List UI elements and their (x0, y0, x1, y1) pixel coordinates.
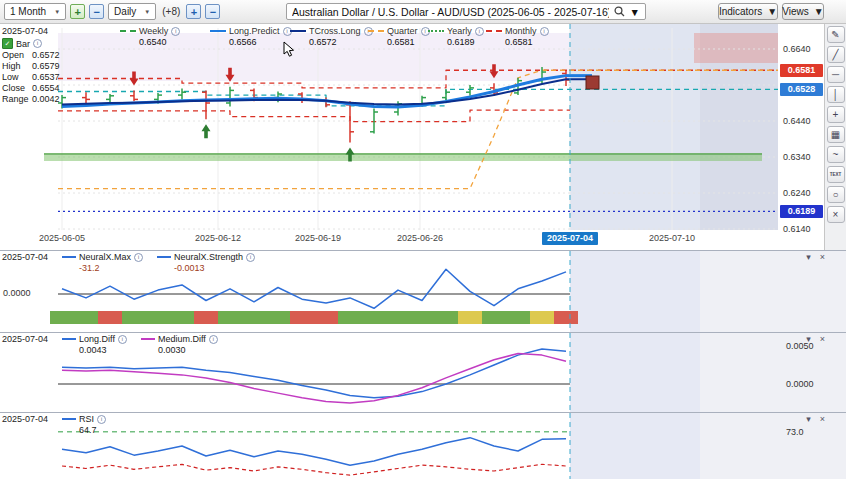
search-icon[interactable] (614, 6, 625, 17)
rsi-panel-canvas[interactable] (0, 413, 846, 479)
panel-close-button[interactable]: × (817, 334, 828, 344)
series-value: 64.7 (79, 425, 106, 435)
chevron-down-icon[interactable]: ▼ (630, 6, 640, 18)
panel-header: 2025-07-04 Long.Diff 0.0043 Medium.Diff … (2, 334, 218, 355)
neuralx-panel: 2025-07-04 NeuralX.Max -31.2 NeuralX.Str… (0, 250, 846, 332)
ellipse-icon[interactable]: ○ (827, 186, 845, 203)
drawing-toolbar: ✎╱─│+▦~TEXT○× (824, 24, 846, 250)
x-axis-label: 2025-06-12 (190, 233, 246, 243)
info-icon[interactable] (134, 253, 143, 262)
price-chart-area: 2025-07-04 ✓ Bar Open0.6572 High0.6579 L… (0, 24, 846, 250)
indicators-button[interactable]: Indicators ▼ (718, 3, 778, 20)
info-icon[interactable] (171, 27, 180, 36)
range-select[interactable]: 1 Month ▼ (4, 3, 66, 20)
legend-swatch (368, 30, 384, 32)
series-label: Medium.Diff (158, 334, 206, 344)
legend-label: Long.Predict (229, 26, 280, 36)
info-icon[interactable] (475, 27, 484, 36)
ohlc-label: Low (2, 72, 29, 82)
x-axis-label: 2025-07-10 (644, 233, 700, 243)
x-axis-label: 2025-06-19 (290, 233, 346, 243)
legend-label: Monthly (505, 26, 537, 36)
horizontal-line-icon[interactable]: ─ (827, 66, 845, 83)
chevron-down-icon: ▼ (144, 9, 150, 15)
series-swatch (62, 256, 76, 258)
vertical-line-icon[interactable]: │ (827, 86, 845, 103)
ohlc-value: 0.6537 (32, 72, 60, 82)
range-decrease-button[interactable]: − (89, 4, 104, 19)
pencil-icon[interactable]: ✎ (827, 26, 845, 43)
price-badge: 0.6528 (780, 83, 823, 96)
symbol-title: Australian Dollar / U.S. Dollar - AUD/US… (292, 6, 609, 18)
panel-collapse-button[interactable]: ▾ (803, 252, 814, 262)
legend-item-weekly[interactable]: Weekly0.6540 (120, 26, 180, 47)
info-icon[interactable] (540, 27, 549, 36)
panel-axis-label: 0.0000 (3, 288, 31, 298)
legend-item-monthly[interactable]: Monthly0.6581 (486, 26, 549, 47)
x-axis-label: 2025-06-05 (34, 233, 90, 243)
panel-close-button[interactable]: × (817, 414, 828, 424)
info-icon[interactable] (246, 253, 255, 262)
legend-swatch (428, 30, 444, 32)
wave-icon[interactable]: ~ (827, 146, 845, 163)
crosshair-icon[interactable]: + (827, 106, 845, 123)
series-swatch (62, 338, 76, 340)
info-icon[interactable] (97, 415, 106, 424)
panel-collapse-button[interactable]: ▾ (803, 414, 814, 424)
ohlc-value: 0.6554 (32, 83, 60, 93)
legend-value: 0.6189 (447, 37, 484, 47)
y-axis-label: 0.6140 (783, 224, 821, 234)
ohlc-value: 0.0042 (32, 94, 60, 104)
panel-legend-item[interactable]: Medium.Diff 0.0030 (141, 334, 218, 355)
period-select[interactable]: Daily ▼ (108, 3, 156, 20)
ohlc-value: 0.6572 (32, 50, 60, 60)
legend-item-long-predict[interactable]: Long.Predict0.6566 (210, 26, 292, 47)
panel-legend-item[interactable]: NeuralX.Strength -0.0013 (157, 252, 255, 273)
y-axis-label: 0.6440 (783, 116, 821, 126)
legend-value: 0.6581 (387, 37, 430, 47)
views-button[interactable]: Views ▼ (782, 3, 824, 20)
legend-swatch (290, 30, 306, 32)
series-label: NeuralX.Strength (174, 252, 243, 262)
price-badge: 0.6189 (780, 205, 823, 218)
text-tool-icon[interactable]: TEXT (827, 166, 845, 183)
mouse-cursor (283, 41, 295, 58)
bar-series-label: Bar (16, 39, 30, 49)
trading-app-window: 1 Month ▼ + − Daily ▼ (+8) + − Australia… (0, 0, 846, 479)
legend-item-yearly[interactable]: Yearly0.6189 (428, 26, 484, 47)
legend-swatch (486, 30, 502, 32)
symbol-title-box[interactable]: Australian Dollar / U.S. Dollar - AUD/US… (286, 3, 646, 20)
legend-item-tcross-long[interactable]: TCross.Long0.6572 (290, 26, 373, 47)
info-icon[interactable] (118, 335, 127, 344)
legend-item-quarter[interactable]: Quarter0.6581 (368, 26, 430, 47)
panel-legend-item[interactable]: NeuralX.Max -31.2 (62, 252, 143, 273)
ohlc-label: Open (2, 50, 29, 60)
panel-axis-label: 73.0 (786, 427, 804, 437)
bar-series-checkbox[interactable]: ✓ (2, 38, 13, 49)
panel-legend-item[interactable]: Long.Diff 0.0043 (62, 334, 127, 355)
top-toolbar: 1 Month ▼ + − Daily ▼ (+8) + − Australia… (0, 0, 846, 24)
info-icon[interactable] (33, 39, 42, 48)
series-value: 0.0043 (79, 345, 127, 355)
panel-legend-item[interactable]: RSI 64.7 (62, 414, 106, 435)
bars-add-button[interactable]: + (186, 4, 201, 19)
range-select-value: 1 Month (10, 6, 46, 17)
bars-remove-button[interactable]: − (205, 4, 220, 19)
period-select-value: Daily (114, 6, 136, 17)
legend-value: 0.6540 (139, 37, 180, 47)
diff-panel: 2025-07-04 Long.Diff 0.0043 Medium.Diff … (0, 332, 846, 412)
bars-offset-label: (+8) (162, 6, 180, 17)
panel-collapse-button[interactable]: ▾ (803, 334, 814, 344)
series-value: 0.0030 (158, 345, 218, 355)
ohlc-label: Range (2, 94, 29, 104)
y-axis-label: 0.6240 (783, 188, 821, 198)
grid-icon[interactable]: ▦ (827, 126, 845, 143)
close-icon[interactable]: × (827, 206, 845, 223)
range-increase-button[interactable]: + (70, 4, 85, 19)
ohlc-label: High (2, 61, 29, 71)
info-icon[interactable] (209, 335, 218, 344)
panel-close-button[interactable]: × (817, 252, 828, 262)
trendline-icon[interactable]: ╱ (827, 46, 845, 63)
series-value: -31.2 (79, 263, 143, 273)
price-chart-canvas[interactable] (0, 24, 846, 250)
